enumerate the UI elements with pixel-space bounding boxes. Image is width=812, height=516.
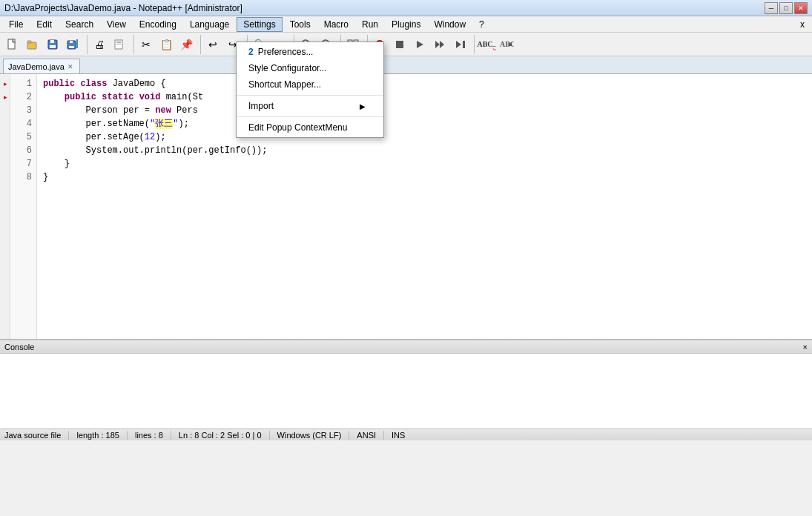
menu-run[interactable]: Run <box>356 18 384 31</box>
svg-marker-28 <box>435 41 440 48</box>
tb-sep2 <box>131 35 134 54</box>
menu-preferences[interactable]: 2Preferences... <box>237 44 383 60</box>
code-area[interactable]: public class JavaDemo { public static vo… <box>37 74 812 339</box>
tb-spellcheck2[interactable]: ABC <box>497 35 516 54</box>
menu-language[interactable]: Language <box>184 18 235 31</box>
import-arrow-icon: ▶ <box>360 102 366 110</box>
svg-rect-5 <box>50 40 54 43</box>
line-numbers: 1 2 3 4 5 6 7 8 <box>10 74 37 339</box>
tb-save[interactable] <box>43 35 62 54</box>
tb-printprev[interactable] <box>110 35 129 54</box>
title-bar-title: D:\JavaProjects\JavaDemo.java - Notepad+… <box>4 3 242 13</box>
svg-rect-8 <box>70 41 73 43</box>
svg-rect-31 <box>463 41 465 48</box>
gutter-mark-6 <box>0 144 10 157</box>
tb-new[interactable] <box>3 35 22 54</box>
tb-spellcheck[interactable]: ABC_ <box>477 35 496 54</box>
tb-macro-stop[interactable] <box>390 35 409 54</box>
tb-paste[interactable]: 📌 <box>176 35 196 54</box>
svg-marker-29 <box>440 41 444 48</box>
console-close-icon[interactable]: × <box>803 343 808 351</box>
gutter-mark-8 <box>0 171 10 184</box>
menu-macro[interactable]: Macro <box>318 18 354 31</box>
menu-search[interactable]: Search <box>59 18 99 31</box>
line-num-6: 6 <box>15 144 32 157</box>
tb-saveall[interactable] <box>63 35 82 54</box>
menu-settings[interactable]: Settings <box>237 17 282 32</box>
menu-style-configurator[interactable]: Style Configurator... <box>237 60 383 76</box>
gutter-mark-3 <box>0 104 10 117</box>
tb-undo[interactable]: ↩ <box>203 35 222 54</box>
menu-file[interactable]: File <box>3 18 29 31</box>
gutter-mark-5 <box>0 130 10 144</box>
svg-text:ABC: ABC <box>500 40 514 48</box>
menu-view[interactable]: View <box>101 18 132 31</box>
status-bar: Java source file length : 185 lines : 8 … <box>0 429 812 440</box>
svg-marker-27 <box>417 41 423 48</box>
svg-rect-2 <box>27 41 31 43</box>
toolbar: 🖨 ✂ 📋 📌 ↩ ↪ 🔍 AB ABC_ ABC <box>0 33 812 56</box>
menu-edit-popup[interactable]: Edit Popup ContextMenu <box>237 119 383 136</box>
status-lineending: Windows (CR LF) <box>270 431 350 440</box>
line-num-5: 5 <box>15 130 32 144</box>
status-ins: INS <box>384 431 412 440</box>
gutter-mark-1: ▸ <box>0 77 10 90</box>
line-num-4: 4 <box>15 117 32 130</box>
menu-plugins[interactable]: Plugins <box>386 18 426 31</box>
console-header: Console × <box>0 340 812 354</box>
menu-bar: File Edit Search View Encoding Language … <box>0 16 812 33</box>
menu-import[interactable]: Import ▶ <box>237 98 383 114</box>
menu-sep1 <box>237 95 383 96</box>
tb-macro-save[interactable] <box>450 35 469 54</box>
line-num-8: 8 <box>15 171 32 184</box>
tab-javademo[interactable]: JavaDemo.java ✕ <box>3 59 80 73</box>
svg-rect-7 <box>69 46 74 48</box>
status-encoding: ANSI <box>349 431 384 440</box>
tb-sep8 <box>472 35 475 54</box>
status-cursor: Ln : 8 Col : 2 Sel : 0 | 0 <box>171 431 270 440</box>
line-num-2: 2 <box>15 90 32 104</box>
maximize-button[interactable]: □ <box>779 2 793 14</box>
menu-tools[interactable]: Tools <box>284 18 317 31</box>
tb-open[interactable] <box>23 35 42 54</box>
gutter: ▸ ▸ <box>0 74 10 339</box>
editor-area: ▸ ▸ 1 2 3 4 5 6 7 8 public class JavaDem… <box>0 74 812 340</box>
gutter-mark-7 <box>0 157 10 171</box>
tb-macro-play[interactable] <box>410 35 429 54</box>
settings-dropdown: 2Preferences... Style Configurator... Sh… <box>236 42 384 138</box>
svg-rect-4 <box>50 45 56 48</box>
gutter-mark-4 <box>0 117 10 130</box>
close-button[interactable]: ✕ <box>794 2 808 14</box>
tab-label: JavaDemo.java <box>8 62 65 71</box>
gutter-mark-2: ▸ <box>0 90 10 104</box>
menu-window[interactable]: Window <box>428 18 472 31</box>
minimize-button[interactable]: ─ <box>765 2 778 14</box>
line-num-1: 1 <box>15 77 32 90</box>
tab-close-icon[interactable]: ✕ <box>67 63 73 70</box>
tb-macro-run-multi[interactable] <box>430 35 449 54</box>
tb-cut[interactable]: ✂ <box>136 35 156 54</box>
tab-bar: JavaDemo.java ✕ <box>0 56 812 74</box>
console-panel: Console × <box>0 340 812 429</box>
status-lines: lines : 8 <box>128 431 171 440</box>
console-body <box>0 354 812 429</box>
line-num-3: 3 <box>15 104 32 117</box>
tb-copy[interactable]: 📋 <box>156 35 176 54</box>
tb-sep1 <box>85 35 88 54</box>
svg-rect-9 <box>76 39 78 48</box>
svg-rect-11 <box>116 42 121 43</box>
menu-encoding[interactable]: Encoding <box>133 18 182 31</box>
status-length: length : 185 <box>69 431 128 440</box>
tb-sep3 <box>198 35 201 54</box>
line-num-7: 7 <box>15 157 32 171</box>
menu-help[interactable]: ? <box>473 18 490 31</box>
menu-edit[interactable]: Edit <box>30 18 58 31</box>
svg-rect-26 <box>396 41 403 48</box>
status-filetype: Java source file <box>4 431 69 440</box>
title-bar-controls: ─ □ ✕ <box>765 2 808 14</box>
menu-shortcut-mapper[interactable]: Shortcut Mapper... <box>237 76 383 93</box>
menu-sep2 <box>237 116 383 117</box>
tb-print[interactable]: 🖨 <box>90 35 109 54</box>
title-bar: D:\JavaProjects\JavaDemo.java - Notepad+… <box>0 0 812 16</box>
menu-close-x[interactable]: x <box>796 18 809 31</box>
